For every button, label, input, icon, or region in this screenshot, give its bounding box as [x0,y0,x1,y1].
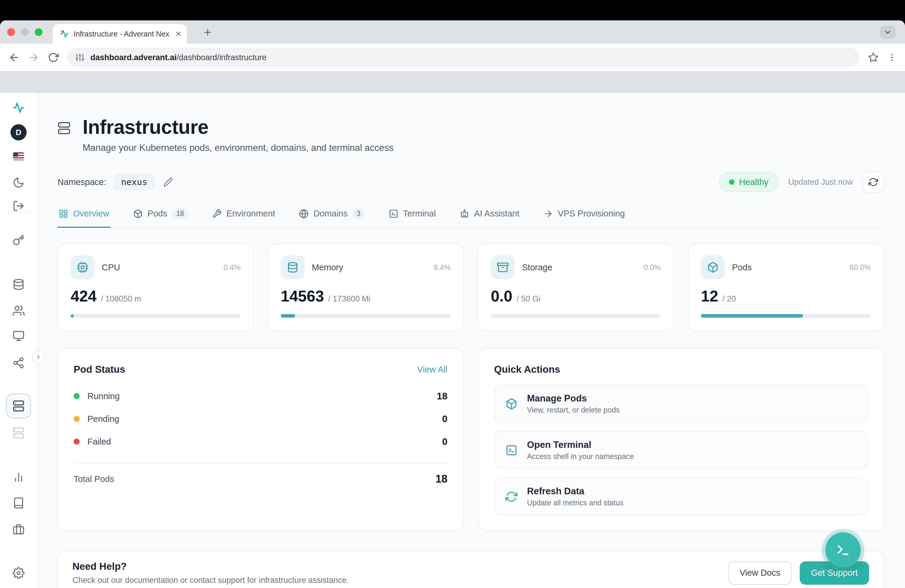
cube-icon [505,398,518,410]
sidebar-item-workstation[interactable] [6,324,30,348]
sidebar-item-docs[interactable] [6,491,30,515]
quick-actions-title: Quick Actions [494,364,560,375]
namespace-value: nexus [113,173,155,191]
tab-environment[interactable]: Environment [211,208,276,227]
updated-text: Updated Just now [788,178,853,187]
sidebar-item-infrastructure[interactable] [6,393,31,418]
tab-domains-badge: 3 [352,208,365,219]
forward-icon[interactable] [28,52,40,63]
progress-fill [701,314,803,318]
minimize-window-button[interactable] [21,28,29,36]
pod-status-row-pending: Pending 0 [74,407,448,430]
metric-percent: 0.4% [224,263,241,272]
site-settings-icon[interactable] [75,53,84,62]
pod-status-row-running: Running 18 [74,385,448,407]
help-card: Need Help? Check out our documentation o… [57,551,884,588]
sidebar-item-analytics[interactable] [6,465,30,489]
metric-total: / 173600 Mi [328,294,370,304]
action-title: Refresh Data [527,486,623,497]
help-text: Check out our documentation or contact s… [72,576,349,585]
open-terminal-action[interactable]: Open Terminal Access shell in your names… [494,431,868,469]
tab-label: Domains [313,209,348,219]
page-title: Infrastructure [83,116,394,138]
action-subtitle: Access shell in your namespace [527,452,634,461]
failed-dot [74,439,79,445]
tab-label: Terminal [403,209,436,219]
tab-label: Environment [227,209,275,219]
metric-percent: 8.4% [433,263,451,272]
tab-ai-assistant[interactable]: AI Assistant [459,208,521,227]
browser-chrome: Infrastructure - Adverant Nex [0,21,905,588]
status-dot [729,180,734,185]
metric-total: / 20 [722,294,736,304]
address-bar: dashboard.adverant.ai/dashboard/infrastr… [0,44,905,72]
sidebar-item-api-keys[interactable] [6,228,30,252]
tab-domains[interactable]: Domains 3 [298,208,366,227]
action-title: Manage Pods [527,393,619,404]
sidebar-item-integrations[interactable] [6,351,30,375]
tab-label: VPS Provisioning [558,209,625,219]
browser-window: Infrastructure - Adverant Nex [0,0,905,588]
quick-actions-panel: Quick Actions Manage Pods View, restart,… [478,348,884,531]
refresh-data-action[interactable]: Refresh Data Update all metrics and stat… [494,478,868,516]
sidebar-expand-chevron[interactable] [32,350,45,364]
manage-pods-action[interactable]: Manage Pods View, restart, or delete pod… [494,385,868,423]
view-all-link[interactable]: View All [417,365,448,375]
pod-status-panel: Pod Status View All Running 18 Pe [57,348,464,531]
user-avatar[interactable]: D [6,120,30,144]
sidebar-item-database[interactable] [6,272,30,296]
floating-terminal-button[interactable] [826,532,861,567]
back-icon[interactable] [8,52,20,63]
language-flag-icon[interactable] [6,144,30,168]
new-tab-button[interactable] [202,27,213,38]
action-subtitle: View, restart, or delete pods [527,406,619,414]
metric-cards: CPU 0.4% 424 / 108050 m [57,243,884,331]
namespace-label: Namespace: [57,177,106,187]
refresh-button[interactable] [862,171,884,193]
favicon [60,29,69,38]
browser-tab[interactable]: Infrastructure - Adverant Nex [53,24,187,44]
progress-fill [281,314,295,318]
app-root: D [0,93,905,588]
dark-mode-icon[interactable] [6,171,30,195]
tab-overview[interactable]: Overview [57,208,110,227]
sidebar-item-projects[interactable] [6,517,30,541]
metric-label: CPU [102,262,120,272]
pods-card: Pods 60.0% 12 / 20 [688,243,884,331]
pod-status-title: Pod Status [74,364,125,375]
window-controls [7,28,43,36]
progress-track [71,314,241,318]
metric-total: / 108050 m [101,294,141,304]
progress-track [701,314,871,318]
server-icon [57,122,71,153]
tab-terminal[interactable]: Terminal [387,208,437,227]
row-value: 18 [437,391,448,402]
tab-search-chevron[interactable] [880,26,895,39]
divider [74,462,448,463]
reload-icon[interactable] [48,52,59,63]
edit-namespace-icon[interactable] [164,177,173,187]
sidebar-item-servers[interactable] [6,421,30,445]
pending-dot [74,416,79,422]
tab-label: AI Assistant [474,209,519,219]
storage-card: Storage 0.0% 0.0 / 50 Gi [478,243,674,331]
memory-icon [281,255,305,279]
url-field[interactable]: dashboard.adverant.ai/dashboard/infrastr… [67,48,859,67]
row-value: 0 [442,413,448,424]
metric-label: Storage [522,262,553,272]
sign-out-icon[interactable] [6,194,30,218]
main-content: Infrastructure Manage your Kubernetes po… [38,93,905,588]
view-docs-button[interactable]: View Docs [728,561,792,585]
bookmark-star-icon[interactable] [868,52,879,63]
tab-close-icon[interactable] [175,30,182,37]
browser-menu-icon[interactable] [887,53,897,62]
tab-pods[interactable]: Pods 18 [132,208,189,227]
zoom-window-button[interactable] [35,28,43,36]
app-logo-icon[interactable] [6,96,30,120]
sidebar-item-team[interactable] [6,299,30,323]
sidebar-item-settings[interactable] [6,561,30,585]
tab-vps-provisioning[interactable]: VPS Provisioning [542,208,626,227]
metric-label: Memory [312,262,343,272]
page-header: Infrastructure Manage your Kubernetes po… [57,116,884,153]
close-window-button[interactable] [7,28,15,36]
